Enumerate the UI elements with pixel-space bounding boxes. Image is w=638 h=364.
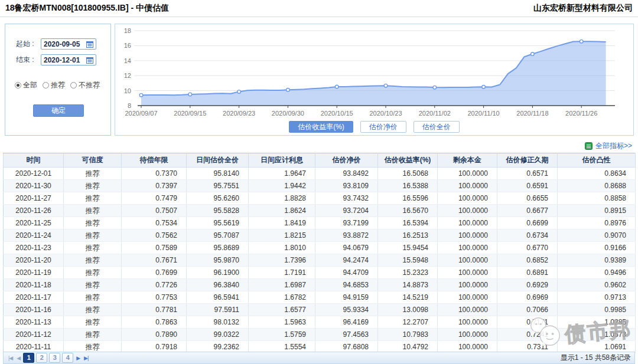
svg-text:16: 16 [124, 42, 131, 49]
cell: 0.7589 [122, 242, 187, 254]
cell: 1.7396 [249, 254, 315, 267]
cell: 0.9496 [558, 267, 636, 279]
column-header-4: 日间应计利息 [249, 153, 315, 168]
page-button-4[interactable]: 4 [62, 353, 73, 363]
cell: 0.7863 [122, 316, 187, 329]
record-summary: 显示1 - 15 共58条记录 [561, 353, 631, 363]
cell: 推荐 [64, 217, 122, 229]
cell: 0.9985 [558, 304, 636, 316]
page-buttons: 1234 [23, 353, 73, 363]
cell: 100.0000 [438, 329, 497, 341]
table-row[interactable]: 2020-11-30推荐0.739795.75511.944293.810916… [4, 180, 636, 192]
confirm-button[interactable]: 确定 [33, 104, 84, 117]
next-page-icon[interactable]: ▶ [75, 355, 81, 361]
end-date-field: 结束 : 2020-12-01 [16, 54, 96, 65]
cell: 97.5911 [187, 304, 249, 316]
calendar-icon[interactable] [86, 41, 93, 48]
cell: 2020-11-30 [4, 180, 64, 192]
table-row[interactable]: 2020-11-12推荐0.789099.03221.575997.456310… [4, 329, 636, 341]
table-row[interactable]: 2020-11-27推荐0.747995.62601.882893.743216… [4, 192, 636, 205]
cell: 100.0000 [438, 291, 497, 304]
cell: 96.4169 [315, 316, 378, 329]
last-page-icon[interactable]: ▶| [83, 355, 89, 361]
cell: 100.0000 [438, 192, 497, 205]
table-row[interactable]: 2020-11-24推荐0.756295.70871.821593.887216… [4, 229, 636, 242]
column-header-3: 日间估价全价 [187, 153, 249, 168]
svg-text:2020/09/15: 2020/09/15 [174, 110, 206, 117]
cell: 0.7726 [122, 279, 187, 291]
cell: 0.6770 [497, 242, 558, 254]
cell: 100.0000 [438, 316, 497, 329]
cell: 0.7534 [122, 217, 187, 229]
cell: 0.7171 [497, 316, 558, 329]
table-row[interactable]: 2020-11-17推荐0.775396.59411.678294.915914… [4, 291, 636, 304]
cell: 推荐 [64, 316, 122, 329]
cell: 1.6987 [249, 279, 315, 291]
cell: 15.5948 [378, 254, 438, 267]
radio-all[interactable]: 全部 [15, 80, 37, 90]
cell: 2020-11-24 [4, 229, 64, 242]
cell: 100.0000 [438, 168, 497, 180]
cell: 16.5394 [378, 217, 438, 229]
cell: 1.0573 [558, 329, 636, 341]
table-row[interactable]: 2020-11-13推荐0.786398.01321.596396.416912… [4, 316, 636, 329]
tab-net-price[interactable]: 估价净价 [360, 121, 406, 133]
cell: 0.6852 [497, 254, 558, 267]
company-name: 山东宏桥新型材料有限公司 [533, 3, 633, 14]
cell: 1.8010 [249, 242, 315, 254]
cell: 95.6260 [187, 192, 249, 205]
cell: 2020-11-20 [4, 254, 64, 267]
table-row[interactable]: 2020-11-20推荐0.767195.98701.739694.247415… [4, 254, 636, 267]
table-row[interactable]: 2020-11-25推荐0.753495.56191.841993.719916… [4, 217, 636, 229]
page-button-2[interactable]: 2 [36, 353, 47, 363]
valuation-table: 时间可信度待偿年限日间估价全价日间应计利息估价净价估价收益率(%)剩余本金估价修… [3, 153, 636, 353]
radio-circle-icon[interactable] [70, 82, 77, 88]
radio-circle-icon[interactable] [43, 82, 49, 88]
svg-text:2020/10/23: 2020/10/23 [369, 110, 402, 117]
page-button-1[interactable]: 1 [23, 353, 34, 363]
table-row[interactable]: 2020-11-23推荐0.758995.86891.801094.067915… [4, 242, 636, 254]
svg-text:14: 14 [124, 57, 131, 64]
column-header-6: 估价收益率(%) [378, 153, 438, 168]
table-row[interactable]: 2020-11-18推荐0.772696.38401.698794.685314… [4, 279, 636, 291]
cell: 2020-11-16 [4, 304, 64, 316]
cell: 1.9647 [249, 168, 315, 180]
table-row[interactable]: 2020-11-26推荐0.750795.58281.862493.720416… [4, 205, 636, 217]
cell: 0.9602 [558, 279, 636, 291]
radio-not-recommended[interactable]: 不推荐 [70, 80, 100, 90]
table-row[interactable]: 2020-11-19推荐0.769996.19001.719194.470915… [4, 267, 636, 279]
table-row[interactable]: 2020-12-01推荐0.737095.81401.964793.849216… [4, 168, 636, 180]
cell: 0.7890 [122, 329, 187, 341]
start-date-input[interactable]: 2020-09-05 [41, 38, 96, 50]
cell: 推荐 [64, 192, 122, 205]
cell: 推荐 [64, 168, 122, 180]
svg-text:2020/11/18: 2020/11/18 [516, 110, 548, 117]
cell: 94.6853 [315, 279, 378, 291]
cell: 100.0000 [438, 217, 497, 229]
table-row[interactable]: 2020-11-16推荐0.778197.59111.657795.933413… [4, 304, 636, 316]
cell: 推荐 [64, 291, 122, 304]
tab-full-price[interactable]: 估价全价 [414, 121, 460, 133]
prev-page-icon[interactable]: ◀ [15, 355, 21, 361]
cell: 0.7507 [122, 205, 187, 217]
cell: 1.6782 [249, 291, 315, 304]
cell: 0.7781 [122, 304, 187, 316]
column-header-0: 时间 [4, 153, 64, 168]
radio-circle-icon[interactable] [15, 82, 21, 88]
cell: 0.8858 [558, 192, 636, 205]
cell: 93.8109 [315, 180, 378, 192]
cell: 1.8215 [249, 229, 315, 242]
cell: 14.8873 [378, 279, 438, 291]
end-date-input[interactable]: 2020-12-01 [41, 54, 96, 65]
cell: 16.5596 [378, 192, 438, 205]
cell: 0.6677 [497, 205, 558, 217]
tab-yield[interactable]: 估价收益率(%) [289, 121, 353, 133]
first-page-icon[interactable]: |◀ [7, 355, 14, 361]
radio-recommended[interactable]: 推荐 [43, 80, 65, 90]
all-indicators-link[interactable]: 全部指标>> [595, 141, 632, 151]
cell: 0.8688 [558, 180, 636, 192]
page-button-3[interactable]: 3 [49, 353, 60, 363]
calendar-icon[interactable] [86, 57, 93, 64]
cell: 99.0322 [187, 329, 249, 341]
export-excel-icon[interactable] [585, 142, 593, 150]
